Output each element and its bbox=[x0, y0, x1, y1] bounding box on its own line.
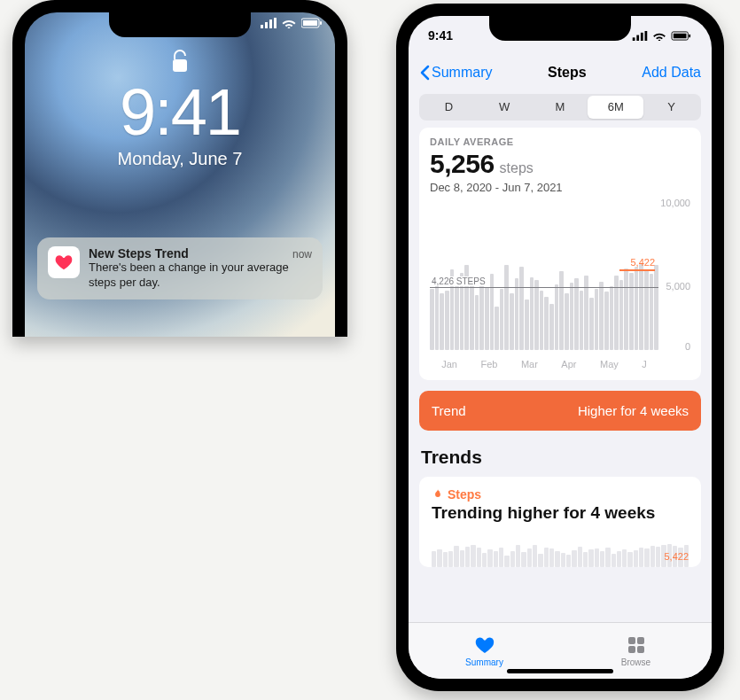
add-data-button[interactable]: Add Data bbox=[642, 65, 701, 81]
ytick-10000: 10,000 bbox=[660, 198, 690, 208]
bar bbox=[570, 283, 574, 350]
nav-bar: Summary Steps Add Data bbox=[409, 55, 712, 90]
month-label: Mar bbox=[521, 359, 538, 369]
svg-rect-0 bbox=[261, 25, 263, 28]
trend-card-label: Steps bbox=[448, 487, 481, 502]
notch bbox=[109, 12, 251, 37]
status-time: 9:41 bbox=[428, 28, 453, 43]
svg-rect-15 bbox=[628, 637, 635, 644]
month-label: J bbox=[642, 359, 647, 369]
bar bbox=[549, 304, 554, 350]
bar bbox=[544, 297, 549, 350]
trend-card-headline: Trending higher for 4 weeks bbox=[432, 503, 689, 523]
health-screen: 9:41 Summary Steps Add Data DWM6MY DAILY… bbox=[409, 16, 712, 679]
trends-section-title: Trends bbox=[421, 447, 699, 468]
segment-M[interactable]: M bbox=[533, 96, 588, 119]
notification-title: New Steps Trend bbox=[89, 246, 189, 261]
bar bbox=[639, 264, 643, 350]
bar bbox=[500, 289, 504, 350]
bar bbox=[534, 280, 539, 350]
month-label: Apr bbox=[561, 359, 576, 369]
back-button[interactable]: Summary bbox=[419, 65, 492, 81]
trend-card-steps[interactable]: Steps Trending higher for 4 weeks 5,422 bbox=[419, 477, 701, 567]
metric-value: 5,256 bbox=[430, 149, 495, 179]
month-axis: JanFebMarAprMayJ bbox=[430, 359, 658, 369]
bar bbox=[599, 282, 604, 350]
bar bbox=[510, 293, 514, 350]
bar bbox=[525, 299, 529, 350]
svg-rect-3 bbox=[274, 18, 277, 28]
notification[interactable]: New Steps Trend now There's been a chang… bbox=[37, 237, 323, 299]
svg-rect-17 bbox=[628, 646, 635, 653]
month-label: Feb bbox=[480, 359, 497, 369]
svg-rect-2 bbox=[269, 19, 272, 28]
time-range-segmented[interactable]: DWM6MY bbox=[419, 94, 701, 121]
grid-icon bbox=[626, 634, 647, 656]
notch bbox=[489, 16, 631, 41]
bar bbox=[485, 287, 489, 350]
bar bbox=[435, 282, 440, 350]
segment-6M[interactable]: 6M bbox=[588, 96, 643, 119]
svg-rect-11 bbox=[645, 31, 648, 41]
phone-lockscreen: 9:41 Monday, June 7 New Steps Trend now … bbox=[12, 0, 347, 337]
bar bbox=[440, 293, 444, 350]
phone-health: 9:41 Summary Steps Add Data DWM6MY DAILY… bbox=[396, 4, 724, 691]
bar bbox=[430, 289, 434, 350]
mini-recent-label: 5,422 bbox=[664, 551, 689, 562]
period-average-label: 4,226 STEPS bbox=[430, 276, 487, 286]
recent-average-line bbox=[619, 269, 655, 271]
svg-rect-9 bbox=[636, 35, 639, 40]
bar bbox=[559, 271, 564, 350]
bar bbox=[595, 289, 599, 350]
bar bbox=[515, 278, 519, 350]
back-label: Summary bbox=[432, 65, 492, 81]
bar bbox=[504, 265, 509, 350]
metric-unit: steps bbox=[500, 160, 534, 176]
bar bbox=[555, 284, 559, 350]
trend-label: Trend bbox=[432, 403, 466, 418]
ytick-5000: 5,000 bbox=[666, 281, 690, 292]
svg-rect-7 bbox=[173, 59, 187, 72]
home-indicator[interactable] bbox=[507, 669, 613, 673]
bar bbox=[445, 291, 449, 350]
bar bbox=[530, 277, 534, 350]
padlock-open-icon bbox=[170, 50, 190, 74]
lockscreen-screen: 9:41 Monday, June 7 New Steps Trend now … bbox=[25, 12, 335, 337]
flame-icon bbox=[432, 488, 444, 501]
bar bbox=[475, 295, 479, 350]
svg-rect-6 bbox=[320, 21, 322, 25]
lock-time: 9:41 bbox=[120, 80, 240, 145]
bar bbox=[650, 274, 654, 350]
notification-time: now bbox=[292, 248, 312, 261]
ytick-0: 0 bbox=[685, 341, 690, 352]
daily-average-kicker: DAILY AVERAGE bbox=[430, 136, 690, 147]
bar bbox=[604, 292, 609, 350]
svg-rect-14 bbox=[689, 34, 690, 37]
wifi-icon bbox=[652, 31, 666, 41]
battery-icon bbox=[301, 18, 323, 28]
bar-chart[interactable]: 10,000 5,000 0 4,226 STEPS 5,422 JanFebM… bbox=[430, 198, 690, 375]
svg-rect-13 bbox=[674, 33, 687, 38]
tab-summary-label: Summary bbox=[465, 657, 503, 667]
steps-chart-card: DAILY AVERAGE 5,256 steps Dec 8, 2020 - … bbox=[419, 128, 701, 380]
signal-icon bbox=[632, 31, 648, 41]
svg-rect-10 bbox=[641, 32, 643, 40]
month-label: Jan bbox=[441, 359, 457, 369]
bar bbox=[654, 265, 658, 350]
svg-rect-1 bbox=[265, 22, 268, 28]
bar bbox=[624, 268, 628, 350]
bar bbox=[589, 298, 594, 350]
segment-D[interactable]: D bbox=[421, 96, 477, 119]
period-average-line bbox=[430, 287, 658, 288]
bar bbox=[610, 286, 614, 350]
heart-icon bbox=[473, 634, 496, 656]
bar bbox=[574, 278, 579, 350]
segment-Y[interactable]: Y bbox=[643, 96, 699, 119]
bar bbox=[629, 273, 634, 350]
wifi-icon bbox=[282, 18, 296, 28]
segment-W[interactable]: W bbox=[477, 96, 533, 119]
notification-body: There's been a change in your average st… bbox=[89, 261, 312, 291]
bar bbox=[635, 267, 639, 350]
recent-average-label: 5,422 bbox=[630, 257, 655, 268]
trend-banner[interactable]: Trend Higher for 4 weeks bbox=[419, 391, 701, 431]
